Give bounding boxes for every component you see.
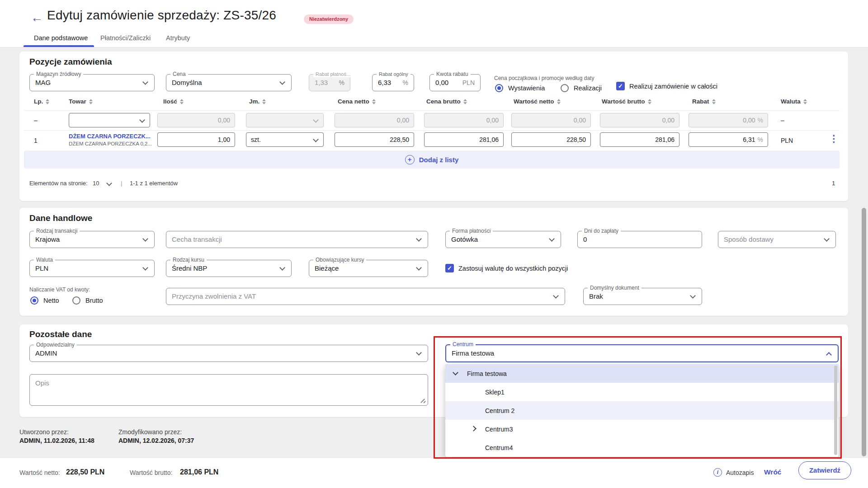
- col-header-wartosc-brutto[interactable]: Wartość brutto: [602, 98, 651, 105]
- col-header-ilosc[interactable]: Ilość: [163, 98, 184, 105]
- col-header-jm[interactable]: Jm.: [249, 98, 266, 105]
- col-label: Cena netto: [338, 98, 369, 105]
- centrum-dropdown: Firma testowa Sklep1 Centrum 2 Centrum3 …: [445, 364, 839, 457]
- col-header-towar[interactable]: Towar: [69, 98, 93, 105]
- new-gross-price-input: 0,00: [424, 113, 504, 127]
- add-from-list-label: Dodaj z listy: [419, 156, 459, 164]
- row-divider: [24, 130, 840, 131]
- radio-wystawienia-label[interactable]: Wystawienia: [508, 84, 545, 92]
- col-header-waluta[interactable]: Waluta: [781, 98, 807, 105]
- payment-form-select[interactable]: Forma płatności Gotówka: [445, 231, 561, 248]
- table-divider: [24, 110, 840, 111]
- tab-dane-podstawowe[interactable]: Dane podstawowe: [34, 34, 88, 42]
- order-edit-page: ← Edytuj zamówienie sprzedaży: ZS-35/26 …: [0, 0, 868, 488]
- currency-select[interactable]: Waluta PLN: [29, 260, 155, 277]
- discount-input[interactable]: 6,31%: [689, 132, 768, 147]
- centrum-select[interactable]: Centrum Firma testowa: [445, 344, 839, 362]
- dropdown-item-label: Centrum3: [485, 426, 513, 433]
- field-label: Magazyn źródłowy: [34, 71, 83, 77]
- col-label: Wartość brutto: [602, 98, 645, 105]
- rate-type-select[interactable]: Rodzaj kursu Średni NBP: [166, 260, 292, 277]
- fulfill-whole-label[interactable]: Realizuj zamówienie w całości: [629, 83, 717, 90]
- apply-currency-checkbox[interactable]: ✓: [445, 264, 454, 272]
- sort-icon: [557, 99, 561, 104]
- product-link[interactable]: DŻEM CZARNA PORZECZK...: [69, 133, 153, 140]
- radio-realizacji[interactable]: [561, 84, 569, 92]
- approve-button[interactable]: Zatwierdź: [798, 461, 851, 479]
- col-header-rabat[interactable]: Rabat: [692, 98, 716, 105]
- net-price-input[interactable]: 228,50: [335, 132, 414, 147]
- back-link[interactable]: Wróć: [764, 468, 781, 476]
- cell-lp: –: [34, 117, 38, 124]
- dropdown-item-centrum4[interactable]: Centrum4: [445, 438, 839, 457]
- page-title: Edytuj zamówienie sprzedaży: ZS-35/26: [47, 8, 276, 23]
- binding-rates-select[interactable]: Obowiązujące kursy Bieżące: [309, 260, 428, 277]
- chevron-down-icon: [313, 117, 319, 123]
- apply-currency-label[interactable]: Zastosuj walutę do wszystkich pozycji: [458, 265, 568, 272]
- info-icon[interactable]: i: [713, 468, 722, 477]
- col-header-wartosc-netto[interactable]: Wartość netto: [514, 98, 561, 105]
- chevron-down-icon[interactable]: [453, 370, 458, 375]
- transaction-type-select[interactable]: Rodzaj transakcji Krajowa: [29, 231, 155, 248]
- radio-realizacji-label[interactable]: Realizacji: [574, 84, 602, 92]
- per-page-value[interactable]: 10: [93, 180, 99, 187]
- sort-icon: [648, 99, 651, 104]
- gross-price-input[interactable]: 281,06: [424, 132, 504, 147]
- percent-suffix: %: [403, 75, 408, 91]
- created-by-label: Utworzono przez:: [19, 428, 69, 436]
- new-product-select[interactable]: [69, 113, 150, 127]
- description-textarea[interactable]: Opis: [29, 374, 428, 406]
- unit-value: szt.: [251, 136, 261, 143]
- source-warehouse-select[interactable]: Magazyn źródłowy MAG: [29, 74, 155, 91]
- general-discount-field[interactable]: Rabat ogólny 6,33 %: [372, 74, 414, 91]
- fulfill-whole-checkbox[interactable]: ✓: [616, 82, 625, 90]
- dropdown-scrollbar[interactable]: [834, 366, 837, 455]
- tab-platnosci-zaliczki[interactable]: Płatności/Zaliczki: [100, 34, 151, 42]
- net-value-input[interactable]: 228,50: [511, 132, 591, 147]
- row-menu-icon[interactable]: ⋮: [829, 134, 839, 143]
- unit-select[interactable]: szt.: [246, 132, 324, 147]
- col-header-cena-netto[interactable]: Cena netto: [338, 98, 376, 105]
- gross-value-input[interactable]: 281,06: [600, 132, 679, 147]
- radio-netto-label[interactable]: Netto: [43, 297, 59, 304]
- new-net-value-input: 0,00: [511, 113, 591, 127]
- resize-handle-icon[interactable]: [423, 401, 425, 403]
- radio-brutto[interactable]: [72, 296, 80, 305]
- tab-atrybuty[interactable]: Atrybuty: [166, 34, 190, 42]
- sort-icon: [46, 99, 49, 104]
- col-header-cena-brutto[interactable]: Cena brutto: [426, 98, 467, 105]
- transaction-feature-select[interactable]: Cecha transakcji: [166, 231, 428, 248]
- radio-brutto-label[interactable]: Brutto: [85, 297, 103, 304]
- col-label: Waluta: [781, 98, 801, 105]
- page-number[interactable]: 1: [832, 180, 835, 187]
- field-label: Centrum: [450, 341, 476, 347]
- radio-wystawienia[interactable]: [495, 84, 503, 92]
- modified-by-label: Zmodyfikowano przez:: [118, 428, 182, 436]
- chevron-right-icon[interactable]: [471, 426, 476, 432]
- default-document-select[interactable]: Domyślny dokument Brak: [583, 288, 702, 305]
- radio-netto[interactable]: [30, 296, 38, 305]
- cell-currency: –: [781, 117, 784, 124]
- field-label: Rabat płatnoś...: [313, 71, 353, 77]
- autosave-label: Autozapis: [726, 469, 754, 476]
- gross-total-label: Wartość brutto:: [130, 469, 172, 476]
- delivery-method-select[interactable]: Sposób dostawy: [718, 231, 836, 248]
- chevron-down-icon: [139, 117, 145, 123]
- field-value: Firma testowa: [446, 345, 838, 361]
- dropdown-item-centrum-2[interactable]: Centrum 2: [445, 401, 839, 420]
- price-select[interactable]: Cena Domyślna: [166, 74, 292, 91]
- dropdown-item-firma-testowa[interactable]: Firma testowa: [445, 364, 839, 383]
- vat-exemption-select[interactable]: Przyczyna zwolnienia z VAT: [166, 288, 565, 305]
- col-header-lp[interactable]: Lp.: [34, 98, 49, 105]
- page-scrollbar[interactable]: [862, 208, 866, 456]
- back-arrow-icon[interactable]: ←: [31, 11, 43, 25]
- days-to-pay-field[interactable]: Dni do zapłaty 0: [577, 231, 702, 248]
- dropdown-item-centrum3[interactable]: Centrum3: [445, 420, 839, 438]
- discount-amount-field[interactable]: Kwota rabatu 0,00 PLN: [429, 74, 481, 91]
- per-page-label: Elementów na stronie:: [29, 180, 88, 187]
- qty-input[interactable]: 1,00: [157, 132, 235, 147]
- dropdown-item-sklep1[interactable]: Sklep1: [445, 383, 839, 401]
- responsible-select[interactable]: Odpowiedzialny ADMIN: [29, 345, 428, 362]
- add-from-list-button[interactable]: + Dodaj z listy: [24, 150, 840, 169]
- field-label: Odpowiedzialny: [34, 342, 77, 348]
